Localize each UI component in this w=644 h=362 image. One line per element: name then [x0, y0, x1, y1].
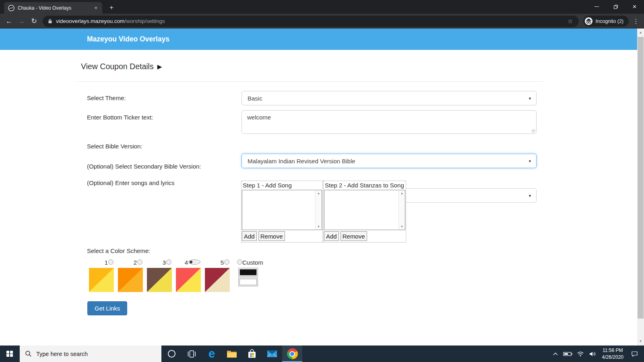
back-button[interactable]: ← [3, 17, 15, 25]
system-tray: 11:56 PM 4/26/2020 [550, 346, 644, 362]
songs-label: (Optional) Enter songs and lyrics [87, 176, 175, 190]
color-scheme-option: 5 [205, 259, 230, 292]
page-viewport: Mazeyou Video Overlays View Coupon Detai… [0, 29, 644, 346]
ticker-textarea[interactable]: welcome [242, 110, 537, 134]
mail-button[interactable] [262, 346, 282, 362]
windows-logo-icon [6, 351, 13, 357]
scheme-radio[interactable] [108, 259, 114, 265]
bible-version-value: Malayalam Indian Revised Version Bible [248, 158, 355, 165]
tab-close-icon[interactable]: × [93, 5, 98, 10]
stanza-listbox[interactable]: ▲ ▼ [324, 190, 405, 230]
scheme-radio[interactable] [166, 259, 171, 265]
song-panel-step1: Step 1 - Add Song ▲ ▼ Add Remove [241, 181, 323, 243]
remove-stanza-button[interactable]: Remove [341, 231, 367, 241]
scheme-number: 2 [134, 259, 137, 266]
chevron-up-icon [553, 352, 558, 356]
cortana-button[interactable] [161, 346, 182, 362]
add-stanza-button[interactable]: Add [324, 231, 339, 241]
new-tab-button[interactable]: + [107, 4, 116, 12]
scroll-down-icon[interactable]: ▼ [316, 225, 322, 228]
coupon-details-toggle[interactable]: View Coupon Details ▶ [81, 62, 162, 71]
coupon-details-label: View Coupon Details [81, 62, 154, 71]
wifi-indicator[interactable] [575, 351, 586, 357]
scroll-down-icon[interactable]: ▼ [637, 338, 644, 345]
get-links-button[interactable]: Get Links [87, 301, 127, 315]
minimize-button[interactable] [587, 0, 606, 13]
scheme-radio[interactable] [137, 259, 142, 265]
site-title: Mazeyou Video Overlays [87, 29, 637, 50]
page-scrollbar[interactable]: ▲ ▼ [637, 29, 644, 346]
color-scheme-option: 3 [147, 259, 172, 292]
task-view-button[interactable] [182, 346, 202, 362]
theme-select[interactable]: Basic ▼ [242, 91, 537, 105]
tab-favicon-icon [8, 5, 14, 11]
custom-color-picker[interactable] [238, 278, 258, 286]
task-view-icon [187, 350, 196, 358]
taskbar-search[interactable]: Type here to search [19, 346, 161, 362]
song-listbox[interactable]: ▲ ▼ [242, 190, 322, 230]
add-song-button[interactable]: Add [242, 231, 257, 241]
url-text: videooverlays.mazeyou.com/worship/settin… [56, 18, 564, 24]
address-bar[interactable]: videooverlays.mazeyou.com/worship/settin… [43, 16, 579, 27]
browser-tab[interactable]: Chauka - Video Overlays × [4, 2, 102, 14]
scroll-up-icon[interactable]: ▲ [637, 29, 644, 36]
heading-divider [76, 81, 543, 82]
action-center-button[interactable] [627, 351, 641, 357]
chevron-down-icon: ▼ [528, 97, 532, 101]
url-domain: videooverlays.mazeyou.com [56, 18, 124, 24]
scheme-swatch[interactable] [118, 268, 143, 292]
maximize-button[interactable] [606, 0, 625, 13]
volume-indicator[interactable] [588, 351, 598, 357]
tray-chevron-button[interactable] [550, 352, 561, 356]
file-explorer-button[interactable] [222, 346, 242, 362]
bible-version-select[interactable]: Malayalam Indian Revised Version Bible ▼ [242, 154, 537, 168]
forward-button[interactable]: → [15, 17, 28, 25]
reload-button[interactable]: ↻ [28, 17, 40, 25]
custom-label: Custom [242, 259, 263, 266]
scroll-up-icon[interactable]: ▲ [316, 191, 322, 195]
incognito-label: Incognito (2) [596, 19, 623, 24]
scroll-down-icon[interactable]: ▼ [399, 225, 405, 228]
scheme-swatch[interactable] [89, 268, 114, 292]
listbox-scrollbar[interactable]: ▲ ▼ [315, 190, 322, 230]
battery-icon [563, 351, 573, 357]
browser-menu-button[interactable]: ⋮ [631, 18, 641, 25]
custom-color-picker[interactable] [238, 268, 258, 277]
scheme-radio[interactable] [188, 259, 200, 265]
color-scheme-option: 4 [176, 259, 201, 292]
scheme-swatch[interactable] [205, 268, 230, 292]
scheme-number: 3 [163, 259, 166, 266]
scroll-up-icon[interactable]: ▲ [399, 191, 405, 195]
browser-chrome: Chauka - Video Overlays × + × ← → ↻ vide… [0, 0, 644, 29]
minimize-icon [594, 6, 599, 7]
edge-button[interactable]: e [202, 346, 222, 362]
site-header: Mazeyou Video Overlays [0, 29, 637, 50]
color-scheme-row: 12345Custom [89, 259, 265, 292]
close-window-button[interactable]: × [625, 0, 644, 13]
chrome-button[interactable] [282, 346, 302, 362]
store-button[interactable] [242, 346, 262, 362]
scheme-swatch[interactable] [147, 268, 172, 292]
bookmark-star-icon[interactable]: ☆ [568, 18, 573, 25]
color-scheme-custom: Custom [237, 259, 265, 287]
scrollbar-thumb[interactable] [638, 37, 644, 319]
windows-taskbar: Type here to search e [0, 346, 644, 362]
scheme-swatch[interactable] [176, 268, 201, 292]
window-controls: × [587, 0, 644, 13]
search-placeholder: Type here to search [36, 351, 88, 357]
chevron-down-icon: ▼ [528, 194, 532, 198]
remove-song-button[interactable]: Remove [258, 231, 285, 241]
resize-grip-icon[interactable] [532, 129, 535, 133]
url-path: /worship/settings [124, 18, 165, 24]
listbox-scrollbar[interactable]: ▲ ▼ [398, 190, 405, 230]
scheme-number: 5 [221, 259, 224, 266]
battery-indicator[interactable] [563, 351, 573, 357]
clock-date: 4/26/2020 [602, 354, 623, 360]
custom-radio[interactable] [237, 259, 242, 265]
wifi-icon [577, 351, 584, 357]
taskbar-clock[interactable]: 11:56 PM 4/26/2020 [602, 347, 623, 361]
song-panel-step2: Step 2 - Add Stanzas to Song ▲ ▼ Add Rem… [323, 181, 406, 243]
start-button[interactable] [0, 346, 19, 362]
scheme-radio[interactable] [224, 259, 229, 265]
search-icon [25, 350, 32, 357]
